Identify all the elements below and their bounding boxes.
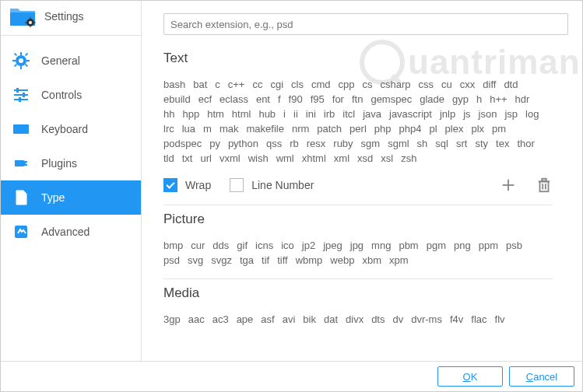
- extension-item[interactable]: srt: [456, 136, 467, 151]
- extension-item[interactable]: svgz: [211, 253, 232, 268]
- extension-item[interactable]: m: [203, 121, 212, 136]
- extension-item[interactable]: rb: [290, 136, 299, 151]
- extension-item[interactable]: f4v: [450, 312, 463, 327]
- extension-item[interactable]: f: [278, 92, 281, 107]
- extension-item[interactable]: xhtml: [302, 151, 326, 166]
- extension-item[interactable]: cmd: [311, 77, 331, 92]
- extension-item[interactable]: aac: [188, 312, 205, 327]
- extension-item[interactable]: gyp: [452, 92, 469, 107]
- extension-item[interactable]: tex: [496, 136, 509, 151]
- extension-item[interactable]: divx: [346, 312, 363, 327]
- extension-item[interactable]: sql: [435, 136, 448, 151]
- extension-item[interactable]: python: [228, 136, 258, 151]
- extension-item[interactable]: ebuild: [163, 92, 191, 107]
- extension-item[interactable]: cc: [252, 77, 262, 92]
- extension-item[interactable]: gif: [237, 238, 248, 253]
- extension-item[interactable]: flv: [495, 312, 505, 327]
- extension-item[interactable]: dtd: [504, 77, 518, 92]
- extension-item[interactable]: txt: [182, 151, 193, 166]
- extension-item[interactable]: for: [332, 92, 344, 107]
- extension-item[interactable]: diff: [483, 77, 496, 92]
- extension-item[interactable]: xml: [334, 151, 349, 166]
- extension-item[interactable]: xpm: [389, 253, 409, 268]
- extension-item[interactable]: ruby: [333, 136, 353, 151]
- extension-item[interactable]: cu: [441, 77, 452, 92]
- extension-item[interactable]: xsl: [381, 151, 393, 166]
- extension-item[interactable]: bmp: [163, 238, 183, 253]
- extension-item[interactable]: py: [209, 136, 220, 151]
- extension-item[interactable]: avi: [283, 312, 296, 327]
- extension-item[interactable]: php: [374, 121, 392, 136]
- extension-item[interactable]: webp: [330, 253, 354, 268]
- extension-item[interactable]: patch: [317, 121, 342, 136]
- extension-item[interactable]: h++: [490, 92, 507, 107]
- extension-item[interactable]: pbm: [399, 238, 418, 253]
- extension-item[interactable]: psd: [163, 253, 180, 268]
- extension-item[interactable]: svg: [188, 253, 203, 268]
- extension-item[interactable]: cgi: [270, 77, 283, 92]
- extension-item[interactable]: resx: [307, 136, 326, 151]
- extension-item[interactable]: cs: [363, 77, 373, 92]
- extension-item[interactable]: mng: [371, 238, 391, 253]
- extension-item[interactable]: gemspec: [371, 92, 412, 107]
- extension-item[interactable]: makefile: [246, 121, 283, 136]
- extension-item[interactable]: dv: [392, 312, 403, 327]
- extension-item[interactable]: vxml: [220, 151, 241, 166]
- extension-item[interactable]: cpp: [339, 77, 355, 92]
- sidebar-item-advanced[interactable]: Advanced: [1, 215, 141, 249]
- extension-item[interactable]: bik: [303, 312, 316, 327]
- extension-item[interactable]: bash: [163, 77, 185, 92]
- line-number-checkbox[interactable]: Line Number: [230, 178, 314, 192]
- extension-item[interactable]: f95: [311, 92, 325, 107]
- extension-item[interactable]: nrm: [292, 121, 309, 136]
- extension-item[interactable]: zsh: [401, 151, 416, 166]
- extension-item[interactable]: sgml: [388, 136, 409, 151]
- extension-item[interactable]: f90: [289, 92, 303, 107]
- extension-item[interactable]: c: [215, 77, 220, 92]
- extension-item[interactable]: ftn: [352, 92, 363, 107]
- extension-item[interactable]: url: [200, 151, 211, 166]
- trash-icon[interactable]: [536, 177, 553, 194]
- plus-icon[interactable]: [500, 177, 517, 194]
- extension-item[interactable]: sty: [475, 136, 488, 151]
- extension-item[interactable]: sgm: [361, 136, 381, 151]
- extension-item[interactable]: pl: [429, 121, 437, 136]
- extension-item[interactable]: ii: [293, 107, 298, 121]
- extension-item[interactable]: perl: [349, 121, 367, 136]
- extension-item[interactable]: html: [232, 107, 251, 121]
- extension-item[interactable]: i: [283, 107, 286, 121]
- search-input[interactable]: [163, 13, 568, 35]
- extension-item[interactable]: dts: [371, 312, 385, 327]
- extension-item[interactable]: jpeg: [323, 238, 342, 253]
- extension-item[interactable]: wml: [276, 151, 294, 166]
- extension-item[interactable]: php4: [399, 121, 422, 136]
- extension-item[interactable]: flac: [471, 312, 486, 327]
- extension-item[interactable]: thor: [517, 136, 534, 151]
- extension-item[interactable]: tiff: [277, 253, 288, 268]
- extension-item[interactable]: jp2: [302, 238, 315, 253]
- extension-item[interactable]: sh: [417, 136, 428, 151]
- sidebar-item-general[interactable]: General: [1, 44, 141, 78]
- extension-item[interactable]: json: [479, 107, 497, 121]
- extension-item[interactable]: 3gp: [163, 312, 181, 327]
- extension-item[interactable]: java: [363, 107, 381, 121]
- extension-item[interactable]: hh: [163, 107, 174, 121]
- extension-item[interactable]: hdr: [515, 92, 530, 107]
- extension-item[interactable]: lrc: [163, 121, 174, 136]
- extension-item[interactable]: itcl: [342, 107, 355, 121]
- extension-item[interactable]: xbm: [362, 253, 381, 268]
- extension-item[interactable]: jpg: [350, 238, 363, 253]
- extension-item[interactable]: png: [454, 238, 471, 253]
- sidebar-item-controls[interactable]: Controls: [1, 78, 141, 112]
- extension-item[interactable]: cur: [191, 238, 205, 253]
- extension-item[interactable]: icns: [255, 238, 273, 253]
- extension-item[interactable]: csharp: [381, 77, 411, 92]
- extension-item[interactable]: cls: [291, 77, 304, 92]
- extension-item[interactable]: htm: [207, 107, 224, 121]
- extension-item[interactable]: pgm: [427, 238, 446, 253]
- extension-item[interactable]: podspec: [163, 136, 202, 151]
- extension-item[interactable]: plex: [445, 121, 464, 136]
- sidebar-item-keyboard[interactable]: Keyboard: [1, 112, 141, 146]
- extension-item[interactable]: asf: [261, 312, 274, 327]
- extension-item[interactable]: css: [419, 77, 434, 92]
